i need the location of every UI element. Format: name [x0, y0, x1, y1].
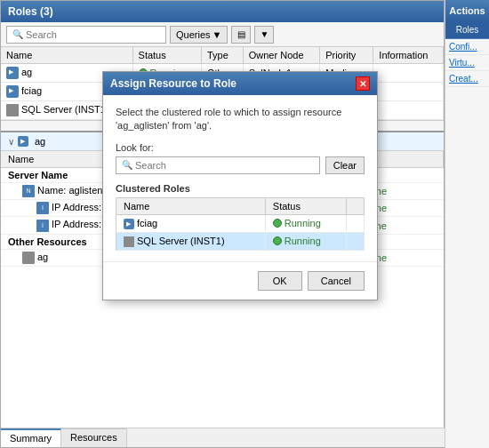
status-dot	[273, 219, 282, 228]
row-info	[373, 83, 444, 101]
clustered-role-checkbox	[347, 232, 365, 250]
server-icon	[6, 104, 19, 116]
title-bar: Roles (3)	[1, 1, 444, 22]
col-header-type: Type	[201, 47, 243, 64]
search-input[interactable]	[26, 29, 160, 40]
queries-dropdown-icon: ▼	[212, 29, 222, 40]
look-for-row: 🔍 Clear	[116, 156, 365, 174]
dialog-col-check	[347, 197, 365, 214]
title-label: Roles (3)	[8, 5, 53, 18]
status-dot	[273, 236, 282, 245]
dialog-content: Select the clustered role to which to as…	[103, 95, 377, 261]
dialog-title: Assign Resource to Role	[110, 77, 236, 90]
col-header-status: Status	[132, 47, 201, 64]
col-header-name: Name	[1, 47, 132, 64]
row-info	[373, 64, 444, 83]
ok-button[interactable]: OK	[258, 271, 302, 291]
col-header-owner: Owner Node	[243, 47, 319, 64]
dialog-footer: OK Cancel	[103, 261, 377, 300]
dialog-description: Select the clustered role to which to as…	[116, 106, 365, 133]
action-item-3[interactable]: Creat...	[445, 71, 489, 87]
tabs-bar: Summary Resources	[1, 428, 444, 447]
queries-button[interactable]: Queries ▼	[170, 26, 228, 44]
dialog-col-status: Status	[265, 197, 346, 214]
ip-icon: N	[22, 185, 35, 197]
toolbar: 🔍 Queries ▼ ▤ ▼	[1, 22, 444, 47]
clustered-roles-table: Name Status fciag Running S	[116, 197, 365, 251]
role-icon	[6, 85, 19, 98]
dialog-col-name: Name	[116, 197, 266, 214]
tab-resources[interactable]: Resources	[61, 428, 127, 447]
clustered-role-row[interactable]: fciag Running	[116, 214, 365, 232]
actions-title: Actions	[445, 0, 489, 21]
row-info	[373, 101, 444, 120]
actions-panel: Actions Roles Confi... Virtu... Creat...	[445, 0, 489, 448]
clustered-roles-label: Clustered Roles	[116, 183, 365, 194]
view-icon-btn-2[interactable]: ▼	[254, 26, 274, 44]
search-box[interactable]: 🔍	[6, 26, 166, 44]
role-icon	[124, 219, 134, 229]
chevron-icon: ∨	[8, 137, 14, 147]
action-item-1[interactable]: Confi...	[445, 39, 489, 55]
ip-icon: I	[36, 202, 49, 214]
search-icon-dialog: 🔍	[122, 160, 132, 170]
dialog-close-button[interactable]: ✕	[356, 76, 370, 91]
tab-summary[interactable]: Summary	[1, 428, 61, 447]
clear-button[interactable]: Clear	[325, 156, 365, 174]
actions-tab-roles[interactable]: Roles	[445, 21, 489, 39]
clustered-role-name: SQL Server (INST1)	[116, 232, 266, 250]
assign-resource-dialog: Assign Resource to Role ✕ Select the clu…	[102, 71, 378, 300]
look-for-input[interactable]	[135, 160, 314, 171]
clustered-role-status: Running	[265, 214, 346, 232]
look-for-search-box[interactable]: 🔍	[116, 156, 320, 174]
cancel-button[interactable]: Cancel	[308, 271, 365, 291]
server-icon	[124, 236, 134, 247]
section-title: ag	[35, 136, 45, 147]
search-icon: 🔍	[12, 29, 23, 39]
clustered-role-status: Running	[265, 232, 346, 250]
clustered-role-name: fciag	[116, 214, 266, 232]
clustered-role-checkbox	[347, 214, 365, 232]
dialog-title-bar: Assign Resource to Role ✕	[103, 72, 377, 95]
role-icon	[6, 67, 19, 79]
col-header-info: Information	[373, 47, 444, 64]
section-role-icon	[18, 136, 28, 147]
queries-label: Queries	[176, 29, 211, 40]
resource-icon	[22, 252, 35, 264]
col-header-priority: Priority	[320, 47, 373, 64]
ip-icon: I	[36, 220, 49, 232]
clustered-role-row[interactable]: SQL Server (INST1) Running	[116, 232, 365, 250]
action-item-2[interactable]: Virtu...	[445, 55, 489, 71]
view-icon-btn-1[interactable]: ▤	[231, 26, 251, 44]
look-for-label: Look for:	[116, 142, 365, 153]
